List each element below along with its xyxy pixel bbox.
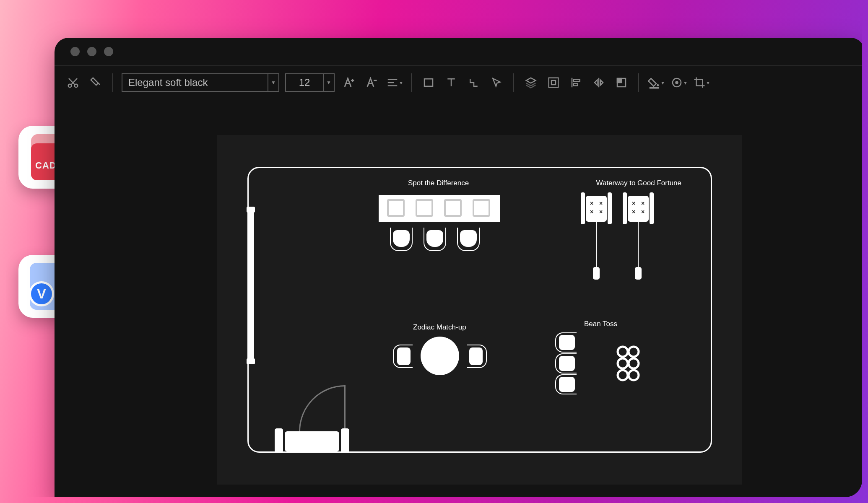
font-family-value: Elegant soft black xyxy=(128,77,208,88)
svg-rect-8 xyxy=(617,78,621,83)
group-icon[interactable] xyxy=(545,74,562,91)
visio-label: V xyxy=(29,281,54,306)
font-increase-icon[interactable] xyxy=(340,74,357,91)
window-titlebar xyxy=(55,38,862,65)
pointer-tool-icon[interactable] xyxy=(488,74,505,91)
rectangle-tool-icon[interactable] xyxy=(420,74,437,91)
stroke-style-icon[interactable]: ▾ xyxy=(670,74,687,91)
layers-icon[interactable] xyxy=(522,74,539,91)
svg-point-15 xyxy=(629,358,639,368)
traffic-light-close[interactable] xyxy=(70,47,80,56)
text-tool-icon[interactable] xyxy=(443,74,460,91)
wall-segment xyxy=(247,210,254,361)
svg-point-17 xyxy=(629,370,639,380)
label-waterway: Waterway to Good Fortune xyxy=(596,179,681,187)
traffic-light-minimize[interactable] xyxy=(87,47,96,56)
booth-icon: ×× ×× xyxy=(581,192,612,222)
font-size-chevron-icon[interactable]: ▼ xyxy=(324,73,335,92)
chair-icon xyxy=(397,347,411,365)
svg-point-11 xyxy=(675,81,678,84)
position-icon[interactable] xyxy=(613,74,630,91)
svg-point-1 xyxy=(75,84,78,88)
canvas[interactable]: Spot the Difference Waterway to Good For… xyxy=(217,135,742,485)
chair-icon xyxy=(460,230,477,247)
sofa-arm-icon xyxy=(341,428,349,453)
label-spot-the-difference: Spot the Difference xyxy=(408,179,469,187)
chair-icon xyxy=(559,335,575,350)
font-decrease-icon[interactable] xyxy=(363,74,380,91)
label-zodiac: Zodiac Match-up xyxy=(413,323,466,332)
round-table-icon xyxy=(421,337,459,375)
font-size-value: 12 xyxy=(299,77,310,88)
svg-rect-2 xyxy=(424,79,433,86)
svg-point-14 xyxy=(618,358,628,368)
font-family-chevron-icon[interactable]: ▼ xyxy=(268,73,279,92)
cut-icon[interactable] xyxy=(65,74,81,91)
chair-icon xyxy=(393,230,410,247)
crop-icon[interactable]: ▾ xyxy=(693,74,709,91)
connector-tool-icon[interactable] xyxy=(465,74,482,91)
svg-rect-5 xyxy=(574,80,580,82)
paint-format-icon[interactable] xyxy=(87,74,104,91)
door-leaf-icon xyxy=(344,385,346,431)
fill-color-icon[interactable]: ▾ xyxy=(647,74,664,91)
sofa-arm-icon xyxy=(275,428,283,453)
svg-point-12 xyxy=(618,347,628,357)
svg-point-9 xyxy=(657,84,659,86)
svg-point-13 xyxy=(629,347,639,357)
door-arc-icon xyxy=(299,385,345,431)
svg-point-16 xyxy=(618,370,628,380)
sofa-icon xyxy=(285,431,339,451)
svg-rect-4 xyxy=(551,80,556,85)
flip-icon[interactable] xyxy=(590,74,607,91)
text-align-icon[interactable]: ▾ xyxy=(386,74,403,91)
app-window: Elegant soft black ▼ 12 ▼ ▾ xyxy=(55,38,862,497)
svg-point-0 xyxy=(68,84,72,88)
label-bean-toss: Bean Toss xyxy=(584,320,617,328)
font-size-select[interactable]: 12 xyxy=(285,73,324,92)
chair-icon xyxy=(426,230,443,247)
align-left-icon[interactable] xyxy=(568,74,585,91)
chair-icon xyxy=(559,377,575,392)
floorplan-room[interactable]: Spot the Difference Waterway to Good For… xyxy=(247,167,712,453)
cad-label: CAD xyxy=(35,160,57,171)
svg-rect-6 xyxy=(574,84,578,86)
traffic-light-zoom[interactable] xyxy=(104,47,113,56)
chair-icon xyxy=(559,356,575,371)
font-family-select[interactable]: Elegant soft black xyxy=(122,73,268,92)
bean-target-icon xyxy=(613,344,643,382)
toolbar: Elegant soft black ▼ 12 ▼ ▾ xyxy=(55,66,862,99)
booth-icon: ×× ×× xyxy=(623,192,654,222)
chair-icon xyxy=(469,347,483,365)
svg-rect-3 xyxy=(549,78,559,88)
